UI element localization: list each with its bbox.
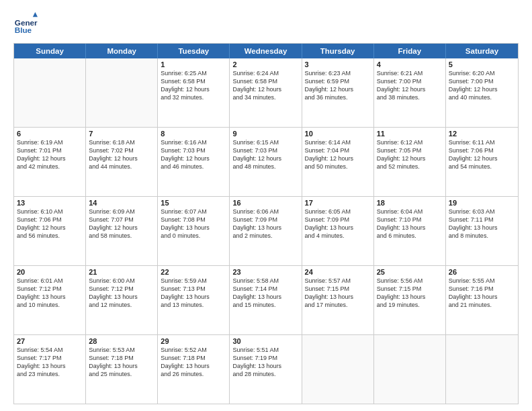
day-info: Sunrise: 5:58 AM Sunset: 7:14 PM Dayligh…	[232, 277, 298, 310]
calendar-day-cell: 10Sunrise: 6:14 AM Sunset: 7:04 PM Dayli…	[302, 128, 374, 196]
weekday-header: Tuesday	[158, 44, 230, 58]
calendar-day-cell: 27Sunrise: 5:54 AM Sunset: 7:17 PM Dayli…	[14, 335, 86, 404]
day-info: Sunrise: 5:51 AM Sunset: 7:19 PM Dayligh…	[232, 346, 298, 379]
calendar-day-cell: 8Sunrise: 6:16 AM Sunset: 7:03 PM Daylig…	[158, 128, 230, 196]
day-info: Sunrise: 6:11 AM Sunset: 7:06 PM Dayligh…	[449, 138, 515, 171]
calendar-day-cell: 6Sunrise: 6:19 AM Sunset: 7:01 PM Daylig…	[14, 128, 86, 196]
calendar-day-cell: 13Sunrise: 6:10 AM Sunset: 7:06 PM Dayli…	[14, 197, 86, 265]
calendar: SundayMondayTuesdayWednesdayThursdayFrid…	[13, 43, 519, 404]
calendar-day-cell: 5Sunrise: 6:20 AM Sunset: 7:00 PM Daylig…	[446, 58, 518, 127]
day-info: Sunrise: 6:01 AM Sunset: 7:12 PM Dayligh…	[17, 277, 83, 310]
calendar-day-cell: 12Sunrise: 6:11 AM Sunset: 7:06 PM Dayli…	[446, 128, 518, 196]
empty-cell	[446, 335, 518, 404]
day-number: 10	[305, 130, 371, 138]
day-number: 22	[161, 268, 226, 276]
calendar-day-cell: 17Sunrise: 6:05 AM Sunset: 7:09 PM Dayli…	[302, 197, 374, 265]
calendar-day-cell: 9Sunrise: 6:15 AM Sunset: 7:03 PM Daylig…	[230, 128, 302, 196]
calendar-row: 27Sunrise: 5:54 AM Sunset: 7:17 PM Dayli…	[14, 335, 518, 404]
day-info: Sunrise: 6:00 AM Sunset: 7:12 PM Dayligh…	[89, 277, 154, 310]
calendar-day-cell: 22Sunrise: 5:59 AM Sunset: 7:13 PM Dayli…	[158, 266, 230, 334]
day-info: Sunrise: 6:10 AM Sunset: 7:06 PM Dayligh…	[17, 208, 83, 240]
weekday-header: Monday	[86, 44, 158, 58]
calendar-day-cell: 14Sunrise: 6:09 AM Sunset: 7:07 PM Dayli…	[86, 197, 158, 265]
day-number: 4	[377, 60, 443, 68]
calendar-day-cell: 23Sunrise: 5:58 AM Sunset: 7:14 PM Dayli…	[230, 266, 302, 334]
day-number: 28	[89, 337, 154, 345]
day-number: 27	[17, 337, 83, 345]
calendar-day-cell: 2Sunrise: 6:24 AM Sunset: 6:58 PM Daylig…	[230, 58, 302, 127]
svg-marker-2	[33, 12, 38, 17]
calendar-row: 13Sunrise: 6:10 AM Sunset: 7:06 PM Dayli…	[14, 197, 518, 266]
day-info: Sunrise: 6:15 AM Sunset: 7:03 PM Dayligh…	[232, 138, 298, 171]
weekday-header: Sunday	[14, 44, 86, 58]
calendar-day-cell: 7Sunrise: 6:18 AM Sunset: 7:02 PM Daylig…	[86, 128, 158, 196]
day-info: Sunrise: 6:16 AM Sunset: 7:03 PM Dayligh…	[161, 138, 226, 171]
day-number: 25	[377, 268, 443, 276]
day-number: 19	[449, 199, 515, 207]
day-info: Sunrise: 5:57 AM Sunset: 7:15 PM Dayligh…	[305, 277, 371, 310]
empty-cell	[14, 58, 86, 127]
day-info: Sunrise: 5:53 AM Sunset: 7:18 PM Dayligh…	[89, 346, 154, 379]
calendar-row: 1Sunrise: 6:25 AM Sunset: 6:58 PM Daylig…	[14, 58, 518, 128]
day-info: Sunrise: 6:06 AM Sunset: 7:09 PM Dayligh…	[232, 208, 298, 240]
calendar-day-cell: 29Sunrise: 5:52 AM Sunset: 7:18 PM Dayli…	[158, 335, 230, 404]
calendar-day-cell: 20Sunrise: 6:01 AM Sunset: 7:12 PM Dayli…	[14, 266, 86, 334]
weekday-header: Thursday	[302, 44, 374, 58]
day-number: 26	[449, 268, 515, 276]
day-info: Sunrise: 5:56 AM Sunset: 7:15 PM Dayligh…	[377, 277, 443, 310]
header: General Blue	[13, 12, 519, 36]
day-number: 17	[305, 199, 371, 207]
day-number: 13	[17, 199, 83, 207]
day-number: 30	[232, 337, 298, 345]
day-info: Sunrise: 6:18 AM Sunset: 7:02 PM Dayligh…	[89, 138, 154, 171]
calendar-day-cell: 26Sunrise: 5:55 AM Sunset: 7:16 PM Dayli…	[446, 266, 518, 334]
day-number: 5	[449, 60, 515, 68]
calendar-day-cell: 19Sunrise: 6:03 AM Sunset: 7:11 PM Dayli…	[446, 197, 518, 265]
weekday-header: Saturday	[446, 44, 518, 58]
day-number: 6	[17, 130, 83, 138]
svg-text:Blue: Blue	[15, 26, 32, 34]
day-number: 7	[89, 130, 154, 138]
empty-cell	[302, 335, 374, 404]
calendar-day-cell: 24Sunrise: 5:57 AM Sunset: 7:15 PM Dayli…	[302, 266, 374, 334]
calendar-row: 6Sunrise: 6:19 AM Sunset: 7:01 PM Daylig…	[14, 128, 518, 197]
empty-cell	[86, 58, 158, 127]
calendar-page: General Blue SundayMondayTuesdayWednesda…	[0, 0, 532, 411]
day-number: 14	[89, 199, 154, 207]
day-number: 18	[377, 199, 443, 207]
calendar-day-cell: 16Sunrise: 6:06 AM Sunset: 7:09 PM Dayli…	[230, 197, 302, 265]
day-info: Sunrise: 5:55 AM Sunset: 7:16 PM Dayligh…	[449, 277, 515, 310]
calendar-day-cell: 25Sunrise: 5:56 AM Sunset: 7:15 PM Dayli…	[374, 266, 446, 334]
day-number: 1	[161, 60, 226, 68]
calendar-day-cell: 11Sunrise: 6:12 AM Sunset: 7:05 PM Dayli…	[374, 128, 446, 196]
day-info: Sunrise: 5:59 AM Sunset: 7:13 PM Dayligh…	[161, 277, 226, 310]
day-info: Sunrise: 6:20 AM Sunset: 7:00 PM Dayligh…	[449, 69, 515, 102]
calendar-day-cell: 28Sunrise: 5:53 AM Sunset: 7:18 PM Dayli…	[86, 335, 158, 404]
calendar-header: SundayMondayTuesdayWednesdayThursdayFrid…	[14, 44, 518, 58]
day-info: Sunrise: 6:07 AM Sunset: 7:08 PM Dayligh…	[161, 208, 226, 240]
day-number: 9	[232, 130, 298, 138]
day-number: 12	[449, 130, 515, 138]
calendar-day-cell: 1Sunrise: 6:25 AM Sunset: 6:58 PM Daylig…	[158, 58, 230, 127]
calendar-day-cell: 18Sunrise: 6:04 AM Sunset: 7:10 PM Dayli…	[374, 197, 446, 265]
day-info: Sunrise: 6:05 AM Sunset: 7:09 PM Dayligh…	[305, 208, 371, 240]
day-number: 8	[161, 130, 226, 138]
day-number: 21	[89, 268, 154, 276]
calendar-day-cell: 4Sunrise: 6:21 AM Sunset: 7:00 PM Daylig…	[374, 58, 446, 127]
weekday-header: Wednesday	[230, 44, 302, 58]
empty-cell	[374, 335, 446, 404]
day-number: 20	[17, 268, 83, 276]
day-info: Sunrise: 6:09 AM Sunset: 7:07 PM Dayligh…	[89, 208, 154, 240]
day-info: Sunrise: 5:52 AM Sunset: 7:18 PM Dayligh…	[161, 346, 226, 379]
day-number: 2	[232, 60, 298, 68]
day-info: Sunrise: 6:21 AM Sunset: 7:00 PM Dayligh…	[377, 69, 443, 102]
day-info: Sunrise: 6:03 AM Sunset: 7:11 PM Dayligh…	[449, 208, 515, 240]
logo: General Blue	[13, 12, 38, 36]
day-number: 24	[305, 268, 371, 276]
day-number: 3	[305, 60, 371, 68]
calendar-day-cell: 21Sunrise: 6:00 AM Sunset: 7:12 PM Dayli…	[86, 266, 158, 334]
logo-icon: General Blue	[13, 12, 38, 36]
day-info: Sunrise: 6:25 AM Sunset: 6:58 PM Dayligh…	[161, 69, 226, 102]
day-number: 29	[161, 337, 226, 345]
day-number: 23	[232, 268, 298, 276]
